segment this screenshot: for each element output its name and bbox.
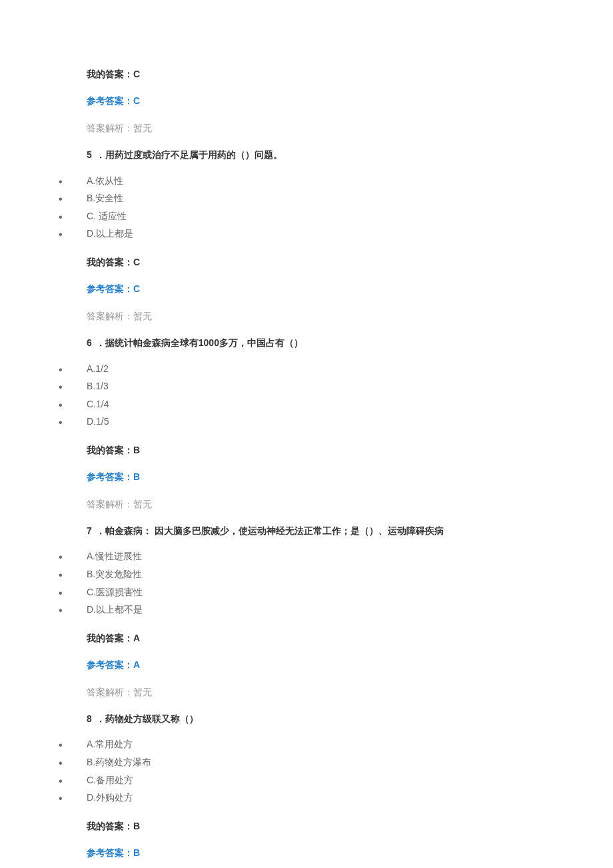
question-text: 5．用药过度或治疗不足属于用药的（）问题。 bbox=[87, 147, 613, 162]
reference-answer: 参考答案：B bbox=[87, 469, 613, 484]
my-answer-value: C bbox=[133, 69, 140, 79]
option-item: D.以上都不是 bbox=[59, 601, 613, 619]
my-answer: 我的答案：B bbox=[87, 443, 613, 457]
question-number: 8 bbox=[87, 713, 92, 724]
my-answer-value: B bbox=[133, 821, 140, 831]
reference-answer: 参考答案：C bbox=[87, 281, 613, 296]
answer-analysis: 答案解析：暂无 bbox=[87, 121, 613, 135]
ref-answer-value: C bbox=[133, 95, 140, 106]
my-answer-label: 我的答案： bbox=[87, 257, 133, 267]
quiz-content: 我的答案：C 参考答案：C 答案解析：暂无 5．用药过度或治疗不足属于用药的（）… bbox=[0, 67, 613, 868]
question-block: 8．药物处方级联又称（） A.常用处方 B.药物处方瀑布 C.备用处方 D.外购… bbox=[87, 711, 613, 868]
question-block: 5．用药过度或治疗不足属于用药的（）问题。 A.依从性 B.安全性 C. 适应性… bbox=[87, 147, 613, 323]
ref-answer-label: 参考答案： bbox=[87, 659, 133, 670]
option-item: C.医源损害性 bbox=[59, 583, 613, 601]
question-number: 6 bbox=[87, 337, 92, 348]
ref-answer-label: 参考答案： bbox=[87, 847, 133, 858]
option-item: D.外购处方 bbox=[59, 789, 613, 807]
ref-answer-value: A bbox=[133, 659, 140, 670]
question-block: 6．据统计帕金森病全球有1000多万，中国占有（） A.1/2 B.1/3 C.… bbox=[87, 335, 613, 511]
question-body: ．药物处方级联又称（） bbox=[96, 713, 199, 724]
my-answer: 我的答案：A bbox=[87, 631, 613, 645]
my-answer: 我的答案：C bbox=[87, 255, 613, 269]
reference-answer: 参考答案：A bbox=[87, 657, 613, 672]
my-answer-label: 我的答案： bbox=[87, 445, 133, 455]
answer-analysis: 答案解析：暂无 bbox=[87, 685, 613, 699]
answer-analysis: 答案解析：暂无 bbox=[87, 497, 613, 511]
options-list: A.常用处方 B.药物处方瀑布 C.备用处方 D.外购处方 bbox=[59, 735, 613, 806]
ref-answer-value: C bbox=[133, 283, 140, 294]
my-answer-value: A bbox=[133, 633, 140, 643]
my-answer-label: 我的答案： bbox=[87, 633, 133, 643]
question-body: ．帕金森病： 因大脑多巴胺减少，使运动神经无法正常工作；是（）、运动障碍疾病 bbox=[96, 525, 444, 536]
question-number: 7 bbox=[87, 525, 92, 536]
my-answer-label: 我的答案： bbox=[87, 69, 133, 79]
ref-answer-value: B bbox=[133, 471, 140, 482]
analysis-label: 答案解析： bbox=[87, 687, 133, 697]
ref-answer-label: 参考答案： bbox=[87, 283, 133, 294]
analysis-value: 暂无 bbox=[133, 499, 152, 509]
option-item: B.药物处方瀑布 bbox=[59, 753, 613, 771]
question-block: 我的答案：C 参考答案：C 答案解析：暂无 bbox=[87, 67, 613, 135]
option-item: A.依从性 bbox=[59, 172, 613, 190]
reference-answer: 参考答案：C bbox=[87, 93, 613, 108]
my-answer: 我的答案：C bbox=[87, 67, 613, 81]
question-text: 7．帕金森病： 因大脑多巴胺减少，使运动神经无法正常工作；是（）、运动障碍疾病 bbox=[87, 523, 613, 538]
analysis-value: 暂无 bbox=[133, 123, 152, 133]
question-body: ．用药过度或治疗不足属于用药的（）问题。 bbox=[96, 149, 283, 160]
question-text: 8．药物处方级联又称（） bbox=[87, 711, 613, 726]
option-item: C. 适应性 bbox=[59, 207, 613, 225]
analysis-label: 答案解析： bbox=[87, 311, 133, 321]
option-item: A.1/2 bbox=[59, 360, 613, 378]
my-answer: 我的答案：B bbox=[87, 819, 613, 833]
reference-answer: 参考答案：B bbox=[87, 845, 613, 860]
question-body: ．据统计帕金森病全球有1000多万，中国占有（） bbox=[96, 337, 303, 348]
options-list: A.依从性 B.安全性 C. 适应性 D.以上都是 bbox=[59, 172, 613, 243]
analysis-label: 答案解析： bbox=[87, 499, 133, 509]
my-answer-label: 我的答案： bbox=[87, 821, 133, 831]
option-item: A.慢性进展性 bbox=[59, 547, 613, 565]
my-answer-value: B bbox=[133, 445, 140, 455]
question-text: 6．据统计帕金森病全球有1000多万，中国占有（） bbox=[87, 335, 613, 350]
option-item: D.以上都是 bbox=[59, 225, 613, 243]
option-item: C.备用处方 bbox=[59, 771, 613, 789]
option-item: B.突发危险性 bbox=[59, 565, 613, 583]
ref-answer-label: 参考答案： bbox=[87, 95, 133, 106]
ref-answer-value: B bbox=[133, 847, 140, 858]
question-number: 5 bbox=[87, 149, 92, 160]
analysis-value: 暂无 bbox=[133, 687, 152, 697]
option-item: D.1/5 bbox=[59, 413, 613, 431]
option-item: C.1/4 bbox=[59, 395, 613, 413]
options-list: A.慢性进展性 B.突发危险性 C.医源损害性 D.以上都不是 bbox=[59, 547, 613, 618]
option-item: B.安全性 bbox=[59, 189, 613, 207]
options-list: A.1/2 B.1/3 C.1/4 D.1/5 bbox=[59, 360, 613, 431]
ref-answer-label: 参考答案： bbox=[87, 471, 133, 482]
option-item: B.1/3 bbox=[59, 377, 613, 395]
option-item: A.常用处方 bbox=[59, 735, 613, 753]
my-answer-value: C bbox=[133, 257, 140, 267]
analysis-value: 暂无 bbox=[133, 311, 152, 321]
answer-analysis: 答案解析：暂无 bbox=[87, 309, 613, 323]
analysis-label: 答案解析： bbox=[87, 123, 133, 133]
question-block: 7．帕金森病： 因大脑多巴胺减少，使运动神经无法正常工作；是（）、运动障碍疾病 … bbox=[87, 523, 613, 699]
